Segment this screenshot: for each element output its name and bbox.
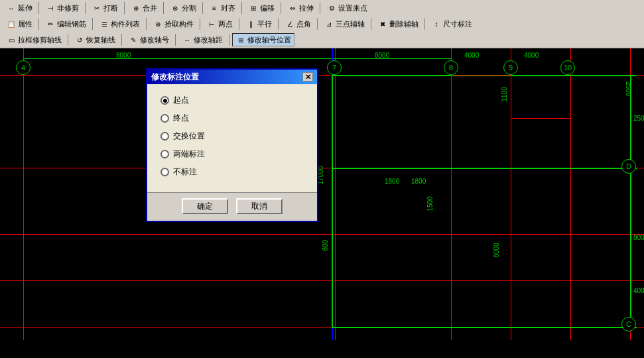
dialog-modify-label-pos[interactable]: 修改标注位置 ✕ 起点 终点 交换位置 [146,68,318,222]
radio-circle-both-ends[interactable] [161,150,169,158]
radio-label-start: 起点 [173,95,189,106]
h-green-3 [332,327,637,328]
sep-10 [92,18,93,30]
dim-right-3: 400 [633,287,644,294]
v-green-1 [332,75,333,327]
cancel-button[interactable]: 取消 [236,198,283,214]
radio-option-no-label[interactable]: 不标注 [161,166,304,178]
btn-stretch[interactable]: ⇔ 拉伸 [284,1,317,15]
dim-left-vert2: 800 [322,240,329,251]
btn-merge[interactable]: ⊕ 合并 [127,1,161,15]
sep-13 [239,18,239,30]
axis-circle-7: 7 [327,60,342,75]
toolbar-row-3: ▭ 拉框修剪轴线 ↺ 恢复轴线 ✎ 修改轴号 ↔ 修改轴距 ⊞ 修改轴号位置 [0,32,644,48]
merge-icon: ⊕ [131,3,141,13]
radio-circle-no-label[interactable] [161,168,169,176]
v-axis-10 [570,48,571,340]
sep-1 [38,2,39,14]
btn-split[interactable]: ⊗ 分割 [166,1,200,15]
btn-break[interactable]: ✂ 打断 [88,1,121,15]
modify-axis-num-icon: ✎ [128,34,139,45]
btn-parallel[interactable]: ∥ 平行 [242,17,275,30]
dim-detail-8000: 8000 [493,243,500,257]
radio-label-swap: 交换位置 [173,131,205,142]
axis-circle-10: 10 [560,60,575,75]
sep-17 [424,18,425,30]
three-point-axis-icon: ⊿ [324,19,334,29]
btn-modify-axis-num[interactable]: ✎ 修改轴号 [125,33,172,46]
sep-3 [124,2,125,14]
btn-component-list[interactable]: ☰ 构件列表 [96,17,143,30]
sep-18 [68,34,68,46]
split-icon: ⊗ [170,3,180,13]
axis-circle-d: D [621,159,636,174]
btn-restore-axis[interactable]: ↺ 恢复轴线 [71,33,119,46]
sep-12 [200,18,200,30]
v-axis-4 [23,48,24,340]
align-icon: ≡ [209,3,220,13]
sep-21 [229,34,229,46]
two-point-icon: ⊢ [206,19,217,29]
break-icon: ✂ [92,3,102,13]
btn-delete-axis[interactable]: ✖ 删除辅轴 [374,17,422,30]
sep-8 [320,2,320,14]
dim-detail-1100: 1100 [501,87,508,101]
dim-top-4: 4000 [524,52,539,59]
btn-properties[interactable]: 📋 属性 [3,17,36,30]
btn-no-trim[interactable]: ⊣ 非修剪 [42,1,82,15]
dim-detail-1800b: 1800 [411,178,426,185]
btn-modify-axis-pos[interactable]: ⊞ 修改轴号位置 [232,33,294,46]
radio-circle-start[interactable] [161,96,169,105]
rect-3 [511,75,511,125]
btn-edit-rebar[interactable]: ✏ 编辑钢筋 [42,17,90,30]
toolbar-container: ↔ 延伸 ⊣ 非修剪 ✂ 打断 ⊕ 合并 ⊗ 分割 ≡ 对齐 ⊞ [0,0,644,48]
btn-extend[interactable]: ↔ 延伸 [3,1,36,15]
btn-align[interactable]: ≡ 对齐 [206,1,239,15]
radio-circle-swap[interactable] [161,132,169,141]
btn-three-point-axis[interactable]: ⊿ 三点辅轴 [320,17,368,30]
dim-top-3: 4000 [464,52,479,59]
confirm-button[interactable]: 确定 [182,198,228,214]
radio-label-both-ends: 两端标注 [173,149,205,160]
sep-14 [278,18,279,30]
radio-option-end[interactable]: 终点 [161,113,304,124]
sep-20 [175,34,176,46]
axis-circle-9: 9 [503,60,518,75]
canvas-area: 4 7 8 9 10 C D 8000 8000 4000 4000 2500 … [0,48,644,340]
v-axis-7 [335,48,336,340]
dim-right-2: 2500 [633,115,644,122]
pick-component-icon: ⊕ [153,19,163,29]
btn-offset[interactable]: ⊞ 偏移 [245,1,278,15]
v-green-2 [630,75,631,327]
sep-15 [317,18,318,30]
btn-trim-axis[interactable]: ▭ 拉框修剪轴线 [3,33,65,46]
axis-circle-8: 8 [444,60,458,75]
btn-two-point[interactable]: ⊢ 两点 [203,17,236,30]
radio-option-swap[interactable]: 交换位置 [161,131,304,142]
dim-line-top-1 [23,58,335,59]
dialog-title: 修改标注位置 [151,72,199,83]
btn-point-angle[interactable]: ∠ 点角 [281,17,314,30]
dim-line-top-2 [335,58,451,59]
stretch-icon: ⇔ [287,3,298,13]
btn-dimension[interactable]: ↕ 尺寸标注 [428,17,476,30]
radio-label-no-label: 不标注 [173,166,197,178]
h-axis-mid [0,234,644,235]
rect-1-top [451,75,511,76]
dialog-buttons: 确定 取消 [147,192,317,221]
dialog-close-button[interactable]: ✕ [302,72,313,82]
sep-5 [202,2,203,14]
btn-modify-axis-dist[interactable]: ↔ 修改轴距 [178,33,226,46]
btn-pick-component[interactable]: ⊕ 拾取构件 [149,17,197,30]
sep-4 [163,2,164,14]
radio-option-both-ends[interactable]: 两端标注 [161,149,304,160]
radio-option-start[interactable]: 起点 [161,95,304,106]
edit-rebar-icon: ✏ [45,19,56,29]
dim-detail-1500: 1500 [426,196,434,211]
radio-circle-end[interactable] [161,114,169,123]
extend-icon: ↔ [6,3,17,13]
btn-set-point[interactable]: ⚙ 设置来点 [323,1,371,15]
dialog-body: 起点 终点 交换位置 两端标注 [147,84,317,192]
dialog-titlebar: 修改标注位置 ✕ [147,70,317,84]
dialog-overlay: 修改标注位置 ✕ 起点 终点 交换位置 [0,48,644,340]
